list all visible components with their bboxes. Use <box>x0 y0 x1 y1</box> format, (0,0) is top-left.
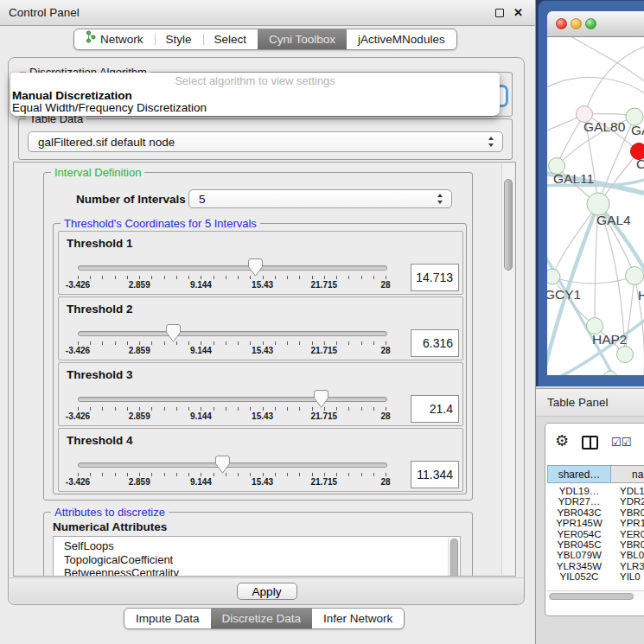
slider-tick-labels: -3.4262.8599.14415.4321.71528 <box>78 280 389 290</box>
window-title: Control Panel <box>9 0 80 25</box>
algorithm-option-manual-discretization[interactable]: Manual Discretization <box>12 89 132 102</box>
network-node-unlabeled[interactable] <box>603 371 617 375</box>
select-columns-icon[interactable]: ☑☑ <box>611 436 631 449</box>
network-node-label: HAP2 <box>592 332 628 347</box>
tab-style[interactable]: Style <box>155 29 203 49</box>
network-node-h[interactable] <box>626 267 644 285</box>
attribute-item-topologicalcoefficient[interactable]: TopologicalCoefficient <box>54 553 460 567</box>
tab-select[interactable]: Select <box>203 29 258 49</box>
algorithm-dropdown-prompt: Select algorithm to view settings <box>10 74 500 87</box>
tab-cyni-toolbox[interactable]: Cyni Toolbox <box>258 29 347 49</box>
table-data-combobox-value: galFiltered.sif default node <box>38 132 175 151</box>
cell-shared-name: YBR045C <box>547 539 611 550</box>
tab-label: jActiveMNodules <box>358 29 445 49</box>
threshold-panel-4: Threshold 4-3.4262.8599.14415.4321.71528… <box>58 428 463 492</box>
table-scrollbar-thumb[interactable] <box>549 593 634 600</box>
table-row[interactable]: YBR045CYBR0 <box>547 539 644 550</box>
slider-thumb[interactable] <box>248 258 263 277</box>
threshold-panel-2: Threshold 2-3.4262.8599.14415.4321.71528… <box>58 296 463 360</box>
network-node-gcy1[interactable] <box>547 269 560 284</box>
tab-infer-network[interactable]: Infer Network <box>312 609 404 628</box>
interval-definition-group: Interval Definition Number of Intervals … <box>43 172 473 501</box>
column-header-shared-name[interactable]: shared… <box>547 465 611 483</box>
network-node-label: GAL11 <box>553 171 594 186</box>
close-window-icon[interactable]: ✕ <box>513 0 523 25</box>
threshold-value-field[interactable]: 14.713 <box>411 264 459 291</box>
close-traffic-light[interactable] <box>556 18 567 29</box>
table-row[interactable]: YIL052CYIL0 <box>547 571 644 582</box>
slider-track[interactable] <box>78 331 387 336</box>
table-row[interactable]: YDR27…YDR2 <box>547 496 644 507</box>
list-scrollbar-thumb[interactable] <box>450 539 458 577</box>
tab-jactivemnodules[interactable]: jActiveMNodules <box>347 29 456 49</box>
settings-scrollbar-thumb[interactable] <box>504 179 513 271</box>
cell-name: YPR1 <box>620 518 644 528</box>
numerical-attributes-list[interactable]: SelfLoopsTopologicalCoefficientBetweenne… <box>53 536 461 577</box>
cell-name: YLR3 <box>620 561 644 571</box>
table-row[interactable]: YER054CYER0 <box>547 529 644 539</box>
table-row[interactable]: YDL19…YDL1 <box>547 486 644 496</box>
float-window-icon[interactable] <box>495 9 504 17</box>
control-panel-tab-bar: NetworkStyleSelectCyni ToolboxjActiveMNo… <box>73 29 457 50</box>
threshold-label: Threshold 4 <box>67 434 133 447</box>
column-header-name[interactable]: na <box>611 465 644 483</box>
network-node-label: GCY1 <box>547 287 581 302</box>
columns-icon[interactable] <box>582 436 598 450</box>
settings-vertical-scrollbar[interactable] <box>501 163 514 575</box>
tab-label: Style <box>166 29 192 49</box>
gear-icon[interactable]: ⚙ <box>555 431 569 450</box>
network-view-titlebar <box>547 11 644 37</box>
cell-name: YDR2 <box>620 496 644 507</box>
thresholds-coordinates-group: Threshold's Coordinates for 5 Intervals … <box>53 223 467 494</box>
combobox-spinner-icon <box>437 194 443 204</box>
slider-track[interactable] <box>78 265 387 271</box>
network-node-label: GAL4 <box>596 213 631 227</box>
network-edge <box>552 276 634 284</box>
slider-track[interactable] <box>78 397 387 402</box>
network-icon <box>86 29 96 49</box>
network-canvas[interactable]: GAL80GACGAL11GAL4GCY1HHAP2 <box>547 37 644 375</box>
control-panel-window: Control Panel ✕ NetworkStyleSelectCyni T… <box>0 0 536 644</box>
tab-network[interactable]: Network <box>74 29 155 49</box>
threshold-value-field[interactable]: 11.344 <box>411 461 459 488</box>
minimize-traffic-light[interactable] <box>571 18 582 29</box>
cell-name: YBR0 <box>620 507 644 518</box>
table-row[interactable]: YBL079WYBL0 <box>547 550 644 560</box>
table-data-group: Table Data galFiltered.sif default node <box>18 118 513 160</box>
tab-discretize-data[interactable]: Discretize Data <box>211 609 313 628</box>
cell-shared-name: YLR345W <box>547 561 611 571</box>
threshold-value-field[interactable]: 21.4 <box>411 395 459 423</box>
number-of-intervals-combobox[interactable]: 5 <box>188 189 452 208</box>
cell-shared-name: YBR043C <box>547 507 611 518</box>
network-node-label: GA <box>631 123 644 137</box>
table-row[interactable]: YLR345WYLR3 <box>547 561 644 571</box>
network-node-label: H <box>638 288 644 303</box>
cell-shared-name: YDL19… <box>547 486 611 496</box>
table-data-combobox[interactable]: galFiltered.sif default node <box>28 131 503 152</box>
cell-shared-name: YDR27… <box>547 496 611 507</box>
table-row[interactable]: YPR145WYPR1 <box>547 518 644 528</box>
number-of-intervals-label: Number of Intervals <box>76 193 186 206</box>
network-edge <box>564 37 644 87</box>
node-attribute-table: shared… na YDL19…YDL1YDR27…YDR2YBR043CYB… <box>547 465 644 591</box>
attribute-item-selfloops[interactable]: SelfLoops <box>54 539 460 553</box>
table-row[interactable]: YBR043CYBR0 <box>547 507 644 518</box>
attribute-item-betweennesscentrality[interactable]: BetweennessCentrality <box>54 566 460 577</box>
apply-bar: Apply <box>10 577 524 604</box>
slider-thumb[interactable] <box>166 324 181 342</box>
cell-name: YIL0 <box>620 571 641 582</box>
list-vertical-scrollbar[interactable] <box>448 538 459 577</box>
thresholds-coordinates-label: Threshold's Coordinates for 5 Intervals <box>61 217 260 230</box>
slider-thumb[interactable] <box>215 456 230 474</box>
cell-name: YDL1 <box>620 486 644 496</box>
network-node-label: C <box>636 156 644 171</box>
network-node-unlabeled[interactable] <box>617 347 634 363</box>
slider-track[interactable] <box>78 462 387 468</box>
slider-thumb[interactable] <box>314 390 328 408</box>
algorithm-option-equal-width-frequency-discretization[interactable]: Equal Width/Frequency Discretization <box>12 101 207 114</box>
threshold-value-field[interactable]: 6.316 <box>411 329 459 357</box>
tab-impute-data[interactable]: Impute Data <box>124 609 211 628</box>
zoom-traffic-light[interactable] <box>585 18 596 29</box>
apply-button[interactable]: Apply <box>237 583 297 600</box>
table-horizontal-scrollbar[interactable] <box>546 590 644 601</box>
